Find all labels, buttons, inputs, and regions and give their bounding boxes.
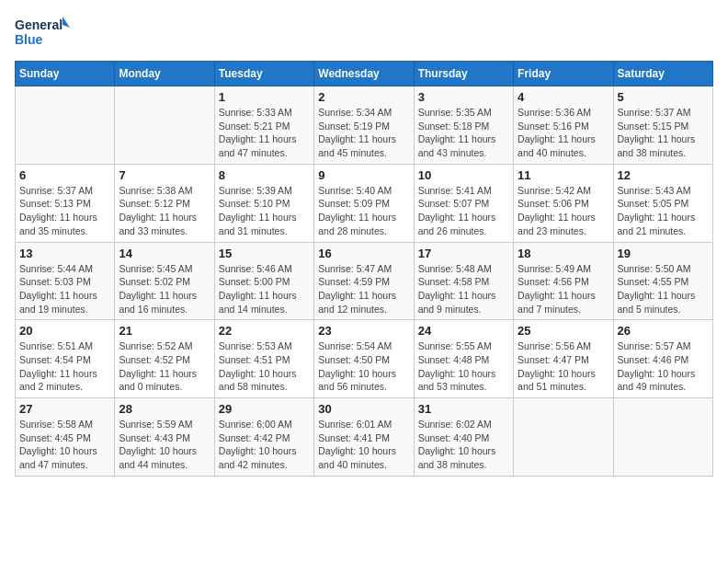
day-info: Sunrise: 5:52 AMSunset: 4:52 PMDaylight:… xyxy=(119,339,210,394)
day-number: 12 xyxy=(618,168,709,182)
day-number: 19 xyxy=(618,247,709,260)
calendar-cell: 11Sunrise: 5:42 AMSunset: 5:06 PMDayligh… xyxy=(514,164,613,242)
day-info: Sunrise: 5:56 AMSunset: 4:47 PMDaylight:… xyxy=(518,339,609,394)
day-info: Sunrise: 5:38 AMSunset: 5:12 PMDaylight:… xyxy=(119,184,210,238)
calendar-cell: 18Sunrise: 5:49 AMSunset: 4:56 PMDayligh… xyxy=(514,242,613,320)
day-number: 8 xyxy=(219,168,310,182)
day-info: Sunrise: 5:59 AMSunset: 4:43 PMDaylight:… xyxy=(119,418,210,472)
day-number: 1 xyxy=(219,90,310,104)
header-day-saturday: Saturday xyxy=(613,62,712,86)
header-day-sunday: Sunday xyxy=(16,62,115,86)
calendar-cell: 24Sunrise: 5:55 AMSunset: 4:48 PMDayligh… xyxy=(414,320,513,398)
day-number: 14 xyxy=(119,247,210,260)
logo-svg: General Blue xyxy=(15,15,70,53)
calendar-cell: 17Sunrise: 5:48 AMSunset: 4:58 PMDayligh… xyxy=(414,242,513,320)
calendar-cell xyxy=(16,86,115,165)
calendar-cell: 10Sunrise: 5:41 AMSunset: 5:07 PMDayligh… xyxy=(414,164,513,242)
calendar-cell: 16Sunrise: 5:47 AMSunset: 4:59 PMDayligh… xyxy=(314,242,414,320)
calendar-week-4: 20Sunrise: 5:51 AMSunset: 4:54 PMDayligh… xyxy=(16,320,713,398)
day-info: Sunrise: 5:43 AMSunset: 5:05 PMDaylight:… xyxy=(618,184,709,238)
calendar-cell: 2Sunrise: 5:34 AMSunset: 5:19 PMDaylight… xyxy=(314,86,414,165)
day-info: Sunrise: 5:46 AMSunset: 5:00 PMDaylight:… xyxy=(219,262,310,316)
calendar-cell: 7Sunrise: 5:38 AMSunset: 5:12 PMDaylight… xyxy=(115,164,214,242)
day-info: Sunrise: 5:48 AMSunset: 4:58 PMDaylight:… xyxy=(418,262,509,316)
day-number: 7 xyxy=(119,168,210,182)
header-day-monday: Monday xyxy=(115,62,214,86)
day-number: 31 xyxy=(418,402,509,416)
day-info: Sunrise: 5:40 AMSunset: 5:09 PMDaylight:… xyxy=(318,184,409,238)
day-number: 16 xyxy=(318,247,409,260)
day-info: Sunrise: 5:49 AMSunset: 4:56 PMDaylight:… xyxy=(518,262,609,316)
calendar-cell: 19Sunrise: 5:50 AMSunset: 4:55 PMDayligh… xyxy=(613,242,712,320)
day-info: Sunrise: 6:02 AMSunset: 4:40 PMDaylight:… xyxy=(418,418,509,472)
day-number: 27 xyxy=(19,402,110,416)
calendar-cell: 28Sunrise: 5:59 AMSunset: 4:43 PMDayligh… xyxy=(115,398,214,477)
day-info: Sunrise: 5:35 AMSunset: 5:18 PMDaylight:… xyxy=(418,106,509,160)
day-info: Sunrise: 5:33 AMSunset: 5:21 PMDaylight:… xyxy=(219,106,310,160)
day-number: 6 xyxy=(19,168,110,182)
day-info: Sunrise: 5:39 AMSunset: 5:10 PMDaylight:… xyxy=(219,184,310,238)
day-info: Sunrise: 5:42 AMSunset: 5:06 PMDaylight:… xyxy=(518,184,609,238)
day-info: Sunrise: 5:47 AMSunset: 4:59 PMDaylight:… xyxy=(318,262,409,316)
day-info: Sunrise: 5:44 AMSunset: 5:03 PMDaylight:… xyxy=(19,262,110,316)
day-number: 13 xyxy=(19,247,110,260)
header-day-wednesday: Wednesday xyxy=(314,62,414,86)
calendar-week-3: 13Sunrise: 5:44 AMSunset: 5:03 PMDayligh… xyxy=(16,242,713,320)
day-number: 30 xyxy=(318,402,409,416)
header-row: SundayMondayTuesdayWednesdayThursdayFrid… xyxy=(16,62,713,86)
calendar-cell: 26Sunrise: 5:57 AMSunset: 4:46 PMDayligh… xyxy=(613,320,712,398)
day-number: 3 xyxy=(418,90,509,104)
calendar-cell: 14Sunrise: 5:45 AMSunset: 5:02 PMDayligh… xyxy=(115,242,214,320)
header-day-friday: Friday xyxy=(514,62,613,86)
calendar-cell: 25Sunrise: 5:56 AMSunset: 4:47 PMDayligh… xyxy=(514,320,613,398)
calendar-cell: 22Sunrise: 5:53 AMSunset: 4:51 PMDayligh… xyxy=(214,320,313,398)
day-info: Sunrise: 6:00 AMSunset: 4:42 PMDaylight:… xyxy=(219,418,310,472)
day-number: 21 xyxy=(119,324,210,338)
day-info: Sunrise: 5:41 AMSunset: 5:07 PMDaylight:… xyxy=(418,184,509,238)
calendar-week-1: 1Sunrise: 5:33 AMSunset: 5:21 PMDaylight… xyxy=(16,86,713,165)
day-number: 24 xyxy=(418,324,509,338)
header-day-thursday: Thursday xyxy=(414,62,513,86)
calendar-table: SundayMondayTuesdayWednesdayThursdayFrid… xyxy=(15,61,713,477)
day-info: Sunrise: 6:01 AMSunset: 4:41 PMDaylight:… xyxy=(318,418,409,472)
day-number: 28 xyxy=(119,402,210,416)
calendar-cell: 12Sunrise: 5:43 AMSunset: 5:05 PMDayligh… xyxy=(613,164,712,242)
svg-text:Blue: Blue xyxy=(15,32,43,47)
day-info: Sunrise: 5:55 AMSunset: 4:48 PMDaylight:… xyxy=(418,339,509,394)
calendar-cell: 5Sunrise: 5:37 AMSunset: 5:15 PMDaylight… xyxy=(613,86,712,165)
calendar-cell: 6Sunrise: 5:37 AMSunset: 5:13 PMDaylight… xyxy=(16,164,115,242)
calendar-cell: 30Sunrise: 6:01 AMSunset: 4:41 PMDayligh… xyxy=(314,398,414,477)
day-info: Sunrise: 5:58 AMSunset: 4:45 PMDaylight:… xyxy=(19,418,110,472)
day-number: 29 xyxy=(219,402,310,416)
day-number: 4 xyxy=(518,90,609,104)
day-number: 22 xyxy=(219,324,310,338)
day-number: 11 xyxy=(518,168,609,182)
svg-text:General: General xyxy=(15,17,63,32)
calendar-cell: 21Sunrise: 5:52 AMSunset: 4:52 PMDayligh… xyxy=(115,320,214,398)
day-number: 15 xyxy=(219,247,310,260)
day-number: 17 xyxy=(418,247,509,260)
day-info: Sunrise: 5:51 AMSunset: 4:54 PMDaylight:… xyxy=(19,339,110,394)
day-number: 20 xyxy=(19,324,110,338)
calendar-week-5: 27Sunrise: 5:58 AMSunset: 4:45 PMDayligh… xyxy=(16,398,713,477)
day-number: 10 xyxy=(418,168,509,182)
calendar-cell: 27Sunrise: 5:58 AMSunset: 4:45 PMDayligh… xyxy=(16,398,115,477)
calendar-cell: 29Sunrise: 6:00 AMSunset: 4:42 PMDayligh… xyxy=(214,398,313,477)
day-number: 2 xyxy=(318,90,409,104)
day-number: 25 xyxy=(518,324,609,338)
svg-marker-2 xyxy=(63,17,70,28)
calendar-cell: 23Sunrise: 5:54 AMSunset: 4:50 PMDayligh… xyxy=(314,320,414,398)
calendar-cell: 31Sunrise: 6:02 AMSunset: 4:40 PMDayligh… xyxy=(414,398,513,477)
calendar-cell xyxy=(514,398,613,477)
day-info: Sunrise: 5:57 AMSunset: 4:46 PMDaylight:… xyxy=(618,339,709,394)
day-number: 26 xyxy=(618,324,709,338)
day-info: Sunrise: 5:36 AMSunset: 5:16 PMDaylight:… xyxy=(518,106,609,160)
day-number: 23 xyxy=(318,324,409,338)
calendar-cell: 15Sunrise: 5:46 AMSunset: 5:00 PMDayligh… xyxy=(214,242,313,320)
calendar-cell: 4Sunrise: 5:36 AMSunset: 5:16 PMDaylight… xyxy=(514,86,613,165)
calendar-cell: 20Sunrise: 5:51 AMSunset: 4:54 PMDayligh… xyxy=(16,320,115,398)
header-day-tuesday: Tuesday xyxy=(214,62,313,86)
day-info: Sunrise: 5:53 AMSunset: 4:51 PMDaylight:… xyxy=(219,339,310,394)
calendar-cell: 8Sunrise: 5:39 AMSunset: 5:10 PMDaylight… xyxy=(214,164,313,242)
day-info: Sunrise: 5:50 AMSunset: 4:55 PMDaylight:… xyxy=(618,262,709,316)
